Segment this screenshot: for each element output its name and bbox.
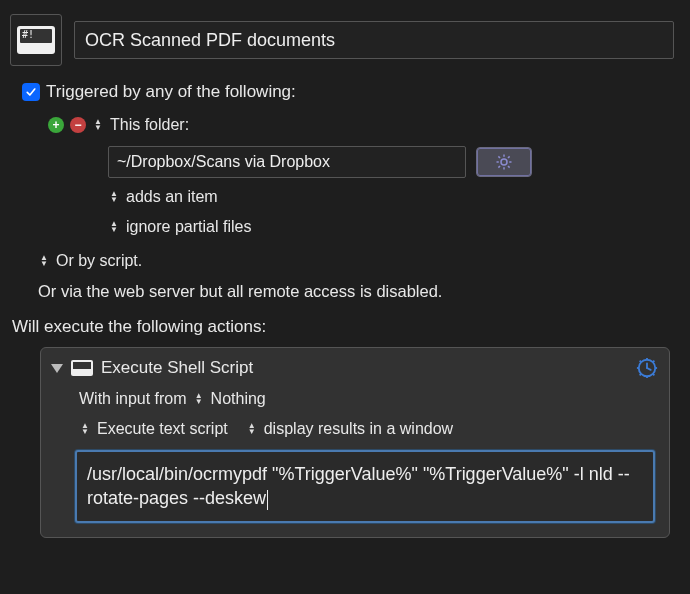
add-trigger-button[interactable]: + bbox=[48, 117, 64, 133]
ignore-partial-label: ignore partial files bbox=[126, 218, 251, 236]
with-input-label: With input from bbox=[79, 390, 187, 408]
action-card: Execute Shell Script With input from ▲▼ … bbox=[40, 347, 670, 538]
display-mode-label: display results in a window bbox=[264, 420, 453, 438]
folder-event-stepper[interactable]: ▲▼ bbox=[108, 191, 120, 203]
display-mode-stepper[interactable]: ▲▼ bbox=[246, 423, 258, 435]
svg-line-17 bbox=[653, 361, 654, 362]
execute-mode-label: Execute text script bbox=[97, 420, 228, 438]
check-icon bbox=[25, 86, 37, 98]
svg-line-6 bbox=[508, 166, 510, 168]
action-disclosure-toggle[interactable] bbox=[51, 364, 63, 373]
remove-trigger-button[interactable]: − bbox=[70, 117, 86, 133]
svg-line-7 bbox=[498, 166, 500, 168]
or-by-script-label: Or by script. bbox=[56, 252, 142, 270]
trigger-type-stepper[interactable]: ▲▼ bbox=[92, 119, 104, 131]
svg-line-19 bbox=[647, 368, 651, 370]
svg-point-0 bbox=[501, 159, 507, 165]
actions-header: Will execute the following actions: bbox=[12, 317, 680, 337]
triggered-label: Triggered by any of the following: bbox=[46, 82, 296, 102]
terminal-icon: #! bbox=[17, 26, 55, 54]
macro-title-input[interactable] bbox=[74, 21, 674, 59]
svg-line-14 bbox=[640, 361, 641, 362]
svg-line-8 bbox=[508, 156, 510, 158]
execute-mode-stepper[interactable]: ▲▼ bbox=[79, 423, 91, 435]
action-title: Execute Shell Script bbox=[101, 358, 253, 378]
action-options-button[interactable] bbox=[635, 356, 659, 380]
or-by-script-stepper[interactable]: ▲▼ bbox=[38, 255, 50, 267]
svg-line-5 bbox=[498, 156, 500, 158]
adds-item-label: adds an item bbox=[126, 188, 218, 206]
triggered-checkbox[interactable] bbox=[22, 83, 40, 101]
choose-folder-button[interactable] bbox=[476, 147, 532, 177]
svg-line-16 bbox=[640, 374, 641, 375]
this-folder-label: This folder: bbox=[110, 116, 189, 134]
svg-line-15 bbox=[653, 374, 654, 375]
text-cursor bbox=[267, 490, 268, 510]
gear-clock-icon bbox=[636, 357, 658, 379]
input-source-stepper[interactable]: ▲▼ bbox=[193, 393, 205, 405]
folder-path-input[interactable] bbox=[108, 146, 466, 178]
partial-files-stepper[interactable]: ▲▼ bbox=[108, 221, 120, 233]
macro-type-icon-box[interactable]: #! bbox=[10, 14, 62, 66]
script-text-input[interactable]: /usr/local/bin/ocrmypdf "%TriggerValue%"… bbox=[75, 450, 655, 523]
gear-icon bbox=[495, 153, 513, 171]
terminal-icon bbox=[71, 360, 93, 376]
via-web-server-label: Or via the web server but all remote acc… bbox=[38, 282, 442, 300]
input-source-value: Nothing bbox=[211, 390, 266, 408]
